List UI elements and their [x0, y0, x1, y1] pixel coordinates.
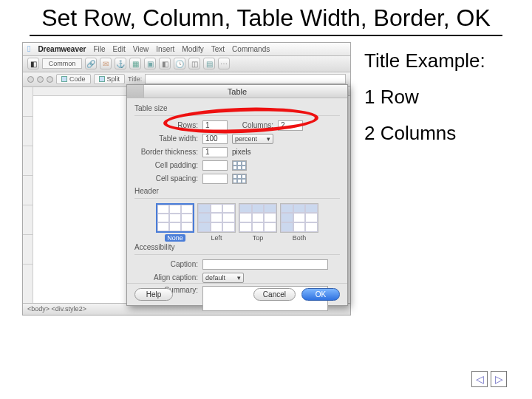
chevron-down-icon: ▾	[237, 274, 241, 282]
header-options: None Left Top Both	[134, 203, 340, 242]
title-label: Title:	[128, 75, 142, 83]
comment-icon[interactable]: ◫	[188, 58, 200, 69]
slide-side-text: Title Example: 1 Row 2 Columns	[364, 42, 485, 316]
cell-padding-icon	[232, 160, 247, 171]
help-button[interactable]: Help	[134, 288, 173, 301]
ok-button[interactable]: OK	[301, 288, 340, 301]
view-code-button[interactable]: Code	[56, 74, 91, 84]
slide-title: Set Row, Column, Table Width, Border, OK	[30, 4, 502, 36]
next-slide-button[interactable]: ▷	[491, 371, 507, 387]
insert-category-dropdown[interactable]: Common	[42, 58, 82, 69]
caption-label: Caption:	[134, 260, 198, 268]
rows-input[interactable]: 1	[202, 120, 228, 131]
cancel-button[interactable]: Cancel	[253, 288, 296, 301]
document-title-input[interactable]	[145, 74, 346, 84]
table-width-input[interactable]: 100	[202, 134, 228, 144]
window-zoom-icon[interactable]	[47, 76, 53, 83]
view-split-button[interactable]: Split	[94, 74, 126, 84]
cell-spacing-icon	[232, 174, 247, 184]
toolbar-handle-icon[interactable]: ◧	[27, 58, 39, 69]
email-link-icon[interactable]: ✉	[100, 58, 112, 69]
border-thickness-input[interactable]: 1	[202, 147, 228, 157]
width-unit-dropdown[interactable]: percent▾	[232, 134, 273, 144]
border-thickness-label: Border thickness:	[134, 148, 198, 156]
section-table-size: Table size	[134, 104, 340, 112]
cell-spacing-input[interactable]	[202, 174, 228, 184]
header-option-left[interactable]: Left	[197, 203, 236, 242]
apple-logo-icon: 	[27, 44, 30, 54]
media-icon[interactable]: ◧	[159, 58, 171, 69]
header-option-none[interactable]: None	[156, 203, 194, 242]
tag-selector[interactable]: <body> <div.style2>	[27, 305, 86, 313]
prev-slide-button[interactable]: ◁	[471, 371, 488, 387]
slide-nav: ◁ ▷	[471, 371, 507, 387]
section-header: Header	[134, 187, 340, 195]
menubar-item-view[interactable]: View	[133, 45, 149, 53]
chevron-down-icon: ▾	[267, 135, 270, 143]
side-row-text: 1 Row	[364, 86, 485, 109]
dialog-title: Table	[127, 85, 347, 98]
app-screenshot:  Dreamweaver File Edit View Insert Modi…	[22, 42, 351, 316]
cell-padding-input[interactable]	[202, 160, 228, 171]
cell-spacing-label: Cell spacing:	[134, 174, 198, 183]
table-icon[interactable]: ▦	[129, 58, 141, 69]
columns-label: Columns:	[232, 121, 273, 129]
side-col-text: 2 Columns	[364, 122, 485, 145]
menubar-item-edit[interactable]: Edit	[113, 45, 126, 53]
date-icon[interactable]: 🕓	[174, 58, 185, 69]
vertical-ruler	[23, 87, 33, 303]
align-caption-dropdown[interactable]: default▾	[202, 273, 244, 283]
mac-menubar:  Dreamweaver File Edit View Insert Modi…	[23, 43, 350, 56]
border-unit-label: pixels	[232, 148, 251, 156]
section-accessibility: Accessibility	[134, 243, 340, 251]
caption-input[interactable]	[202, 259, 328, 270]
menubar-item-insert[interactable]: Insert	[156, 45, 174, 53]
header-option-both[interactable]: Both	[280, 203, 318, 242]
window-minimize-icon[interactable]	[37, 76, 44, 83]
insert-toolbar: ◧ Common 🔗 ✉ ⚓ ▦ ▣ ◧ 🕓 ◫ ▤ ⋯	[23, 56, 350, 72]
menubar-item-commands[interactable]: Commands	[232, 45, 270, 53]
side-title-example: Title Example:	[364, 50, 485, 72]
tag-chooser-icon[interactable]: ⋯	[218, 58, 230, 69]
templates-icon[interactable]: ▤	[203, 58, 215, 69]
cell-padding-label: Cell padding:	[134, 161, 198, 169]
menubar-item-file[interactable]: File	[93, 45, 105, 53]
table-width-label: Table width:	[134, 134, 198, 143]
image-icon[interactable]: ▣	[144, 58, 156, 69]
align-caption-label: Align caption:	[134, 273, 198, 282]
hyperlink-icon[interactable]: 🔗	[85, 58, 97, 69]
rows-label: Rows:	[134, 121, 198, 129]
table-dialog: Table Table size Rows: 1 Columns: 2 Tabl…	[126, 84, 348, 306]
menubar-item-text[interactable]: Text	[211, 45, 225, 53]
header-option-top[interactable]: Top	[239, 203, 277, 242]
menubar-item-modify[interactable]: Modify	[182, 45, 203, 53]
columns-input[interactable]: 2	[278, 120, 303, 131]
named-anchor-icon[interactable]: ⚓	[115, 58, 126, 69]
window-close-icon[interactable]	[27, 76, 34, 83]
menubar-app-name[interactable]: Dreamweaver	[38, 45, 86, 53]
